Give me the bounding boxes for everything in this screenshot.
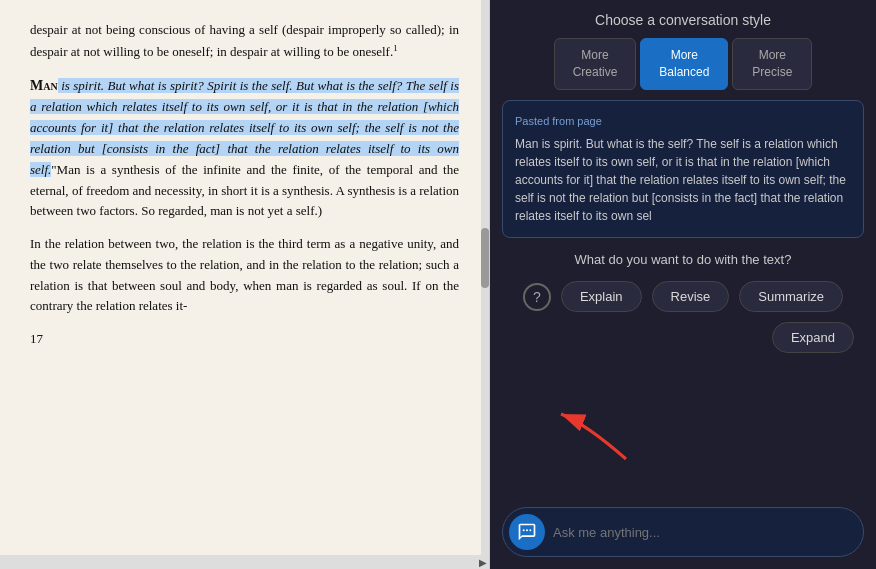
expand-button[interactable]: Expand xyxy=(772,322,854,353)
paragraph-1: despair at not being conscious of having… xyxy=(30,20,459,63)
chat-input-field[interactable] xyxy=(553,525,857,540)
input-bar xyxy=(502,507,864,557)
paragraph-2: Man is spirit. But what is spirit? Spiri… xyxy=(30,75,459,222)
pasted-label: Pasted from page xyxy=(515,113,851,130)
conversation-style-section: Choose a conversation style MoreCreative… xyxy=(502,12,864,90)
page-number: 17 xyxy=(30,329,459,350)
scroll-thumb[interactable] xyxy=(481,228,489,288)
svg-point-3 xyxy=(529,529,531,531)
style-balanced-button[interactable]: MoreBalanced xyxy=(640,38,728,90)
red-arrow-annotation xyxy=(546,404,636,474)
style-precise-button[interactable]: MorePrecise xyxy=(732,38,812,90)
book-content: despair at not being conscious of having… xyxy=(0,0,489,382)
pasted-text: Man is spirit. But what is the self? The… xyxy=(515,135,851,225)
book-panel: despair at not being conscious of having… xyxy=(0,0,490,569)
scroll-bar[interactable] xyxy=(481,0,489,569)
style-creative-button[interactable]: MoreCreative xyxy=(554,38,637,90)
svg-point-1 xyxy=(526,529,528,531)
action-buttons-row1: ? Explain Revise Summarize xyxy=(502,281,864,312)
conversation-title: Choose a conversation style xyxy=(595,12,771,28)
pasted-content-box: Pasted from page Man is spirit. But what… xyxy=(502,100,864,239)
scroll-right-arrow[interactable]: ▶ xyxy=(479,557,487,568)
summarize-button[interactable]: Summarize xyxy=(739,281,843,312)
explain-button[interactable]: Explain xyxy=(561,281,642,312)
chat-icon-button[interactable] xyxy=(509,514,545,550)
revise-button[interactable]: Revise xyxy=(652,281,730,312)
help-icon-button[interactable]: ? xyxy=(523,283,551,311)
bottom-scrollbar[interactable]: ▶ xyxy=(0,555,489,569)
right-panel: Choose a conversation style MoreCreative… xyxy=(490,0,876,569)
svg-point-2 xyxy=(523,529,525,531)
style-buttons-group: MoreCreative MoreBalanced MorePrecise xyxy=(554,38,813,90)
paragraph-2-start: Man xyxy=(30,78,58,93)
chat-icon xyxy=(517,522,537,542)
paragraph-3: In the relation between two, the relatio… xyxy=(30,234,459,317)
paragraph-2-cont: "Man is a synthesis of the infinite and … xyxy=(30,162,459,219)
action-buttons-row2: Expand xyxy=(502,322,864,353)
action-prompt: What do you want to do with the text? xyxy=(502,248,864,271)
